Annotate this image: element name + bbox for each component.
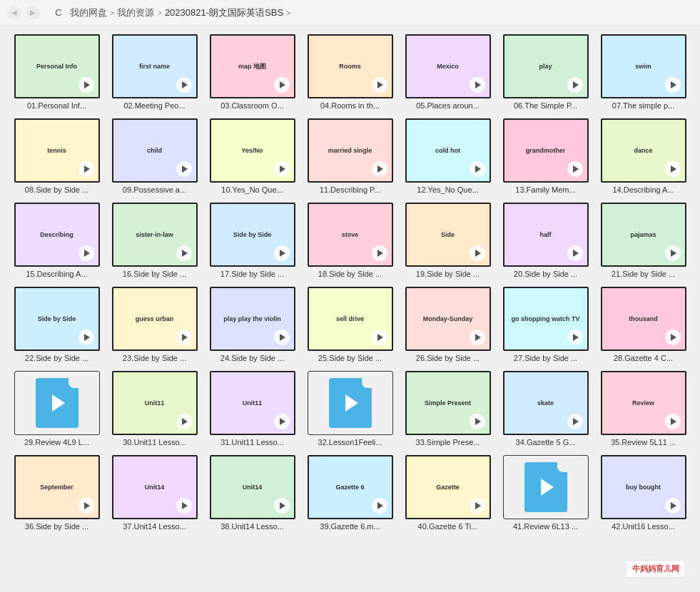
forward-button[interactable]: ▶ [26,6,40,20]
file-label: 08.Side by Side ... [14,185,100,194]
list-item[interactable]: Unit1131.Unit11 Lesso... [207,371,298,446]
list-item[interactable]: Unit1437.Unit14 Lesso... [109,455,200,531]
play-button-overlay [665,77,681,93]
play-button-overlay [274,77,290,93]
file-label: 10.Yes_No Que... [210,185,295,194]
play-button-overlay [78,330,94,345]
back-button[interactable]: ◀ [7,6,21,20]
list-item[interactable]: Gazette40.Gazette 6 Ti... [402,455,493,531]
breadcrumb-item-resource[interactable]: 我的资源 [117,6,154,19]
play-button-overlay [274,330,290,345]
file-label: 42.Unit16 Lesso... [601,522,686,531]
list-item[interactable]: Unit1130.Unit11 Lesso... [109,371,200,446]
list-item[interactable]: Personal Info01.Personal Inf... [11,34,102,110]
file-label: 02.Meeting Peo... [112,101,198,110]
file-label: 36.Side by Side ... [14,522,100,531]
breadcrumb-item-disk[interactable]: 我的网盘 [70,6,107,19]
file-label: 25.Side by Side ... [308,354,393,362]
sep1: > [110,9,114,17]
play-button-overlay [176,414,192,429]
play-button-overlay [176,161,192,177]
file-label: 15.Describing A... [14,270,100,278]
list-item[interactable]: Side by Side22.Side by Side ... [11,287,102,362]
list-item[interactable]: Review35.Review 5L11 ... [598,371,689,446]
list-item[interactable]: first name02.Meeting Peo... [109,34,200,110]
list-item[interactable]: Rooms04.Rooms in th... [305,34,395,110]
play-button-overlay [78,245,94,261]
list-item[interactable]: swim07.The simple p... [598,34,689,110]
list-item[interactable]: cold hot12.Yes_No Que... [402,118,493,194]
play-button-overlay [372,498,387,514]
list-item[interactable]: sell drive25.Side by Side ... [305,287,395,362]
list-item[interactable]: play play the violin24.Side by Side ... [207,287,298,362]
play-button-overlay [78,161,94,177]
file-label: 07.The simple p... [601,101,686,110]
file-label: 06.The Simple P... [503,101,589,110]
sep3: > [286,9,290,17]
list-item[interactable]: child09.Possessive a... [109,118,200,194]
list-item[interactable]: 32.Lesson1Feeli... [305,371,395,446]
list-item[interactable]: go shopping watch TV27.Side by Side ... [500,287,591,362]
list-item[interactable]: Monday-Sunday26.Side by Side ... [402,287,493,362]
list-item[interactable]: guess urban23.Side by Side ... [109,287,200,362]
play-button-overlay [567,414,583,429]
list-item[interactable]: Simple Present33.Simple Prese... [402,371,493,446]
file-label: 17.Side by Side ... [210,270,295,278]
file-label: 22.Side by Side ... [14,354,100,362]
file-label: 21.Side by Side ... [601,270,686,278]
file-label: 14.Describing A... [601,185,686,194]
list-item[interactable]: pajamas21.Side by Side ... [598,203,689,278]
play-button-overlay [567,330,583,345]
play-button-overlay [78,77,94,93]
list-item[interactable]: Gazette 639.Gazette 6.m... [305,455,395,531]
play-button-overlay [176,498,192,514]
top-bar: ◀ ▶ C 我的网盘 > 我的资源 > 20230821-朗文国际英语SBS > [0,0,700,26]
play-button-overlay [274,414,290,429]
file-label: 20.Side by Side ... [503,270,589,278]
play-button-overlay [274,498,290,514]
play-button-overlay [567,77,583,93]
play-button-overlay [372,330,387,345]
play-button-overlay [470,498,485,514]
list-item[interactable]: Side by Side17.Side by Side ... [207,203,298,278]
list-item[interactable]: Mexico05.Places aroun... [402,34,493,110]
watermark: 牛妈妈育儿网 [626,560,686,578]
list-item[interactable]: map 地图03.Classroom O... [207,34,298,110]
file-label: 41.Review 6L13 ... [503,522,589,531]
list-item[interactable]: Describing15.Describing A... [11,203,102,278]
list-item[interactable]: skate34.Gazette 5 G... [500,371,591,446]
list-item[interactable]: September36.Side by Side ... [11,455,102,531]
play-button-overlay [372,77,387,93]
play-button-overlay [78,498,94,514]
list-item[interactable]: married single11.Describing P... [305,118,395,194]
breadcrumb-item-current[interactable]: 20230821-朗文国际英语SBS [165,6,283,19]
list-item[interactable]: dance14.Describing A... [598,118,689,194]
list-item[interactable]: 41.Review 6L13 ... [500,455,591,531]
refresh-button[interactable]: C [51,6,66,20]
list-item[interactable]: stove18.Side by Side ... [305,203,395,278]
list-item[interactable]: buy bought42.Unit16 Lesso... [598,455,689,531]
list-item[interactable]: grandmother13.Family Mem... [500,118,591,194]
list-item[interactable]: Yes/No10.Yes_No Que... [207,118,298,194]
play-button-overlay [372,245,387,261]
sep2: > [157,9,161,17]
list-item[interactable]: Side19.Side by Side ... [402,203,493,278]
list-item[interactable]: half20.Side by Side ... [500,203,591,278]
list-item[interactable]: tennis08.Side by Side ... [11,118,102,194]
file-label: 35.Review 5L11 ... [601,438,686,446]
list-item[interactable]: sister-in-law16.Side by Side ... [109,203,200,278]
file-label: 26.Side by Side ... [405,354,491,362]
list-item[interactable]: thousand28.Gazette 4 C... [598,287,689,362]
file-label: 38.Unit14 Lesso... [210,522,295,531]
play-button-overlay [567,161,583,177]
file-label: 23.Side by Side ... [112,354,198,362]
list-item[interactable]: Unit1438.Unit14 Lesso... [207,455,298,531]
list-item[interactable]: 29.Review 4L9 L... [11,371,102,446]
file-label: 39.Gazette 6.m... [308,522,393,531]
file-label: 27.Side by Side ... [503,354,589,362]
play-button-overlay [274,161,290,177]
file-label: 28.Gazette 4 C... [601,354,686,362]
play-button-overlay [665,245,681,261]
list-item[interactable]: play06.The Simple P... [500,34,591,110]
file-label: 13.Family Mem... [503,185,589,194]
